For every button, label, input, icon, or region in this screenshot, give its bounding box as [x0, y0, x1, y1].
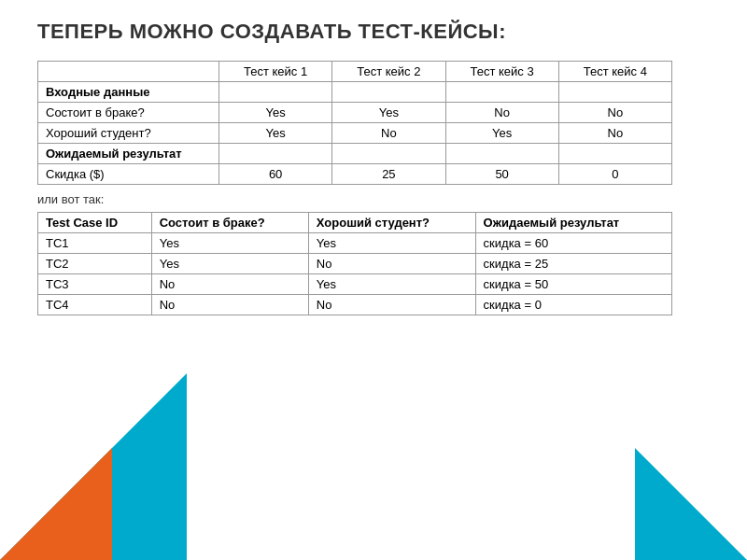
table1-cell: Хороший студент?	[38, 122, 219, 143]
table2: Test Case IDСостоит в браке?Хороший студ…	[37, 212, 672, 315]
table1-cell	[219, 143, 332, 163]
table1-wrapper: Тест кейс 1Тест кейс 2Тест кейс 3Тест ке…	[37, 61, 710, 185]
table1-row: Хороший студент?YesNoYesNo	[38, 122, 672, 143]
table2-cell: скидка = 50	[475, 273, 671, 294]
table2-cell: скидка = 25	[475, 253, 671, 273]
table2-row: TC3NoYesскидка = 50	[38, 273, 672, 294]
table2-cell: No	[308, 294, 475, 315]
table2-cell: TC2	[38, 253, 152, 273]
table1-row: Скидка ($)6025500	[38, 163, 672, 184]
table1-header-cell: Тест кейс 1	[219, 61, 332, 81]
table2-header-row: Test Case IDСостоит в браке?Хороший студ…	[38, 212, 672, 232]
table1-cell: 60	[219, 163, 332, 184]
table1-row: Состоит в браке?YesYesNoNo	[38, 102, 672, 122]
table1-cell	[219, 81, 332, 102]
slide-title: ТЕПЕРЬ МОЖНО СОЗДАВАТЬ ТЕСТ-КЕЙСЫ:	[37, 19, 710, 46]
table2-row: TC2YesNoскидка = 25	[38, 253, 672, 273]
table2-header-cell: Состоит в браке?	[151, 212, 308, 232]
table1: Тест кейс 1Тест кейс 2Тест кейс 3Тест ке…	[37, 61, 672, 185]
table1-cell: Yes	[445, 122, 558, 143]
table2-header-cell: Test Case ID	[38, 212, 152, 232]
table2-header-cell: Ожидаемый результат	[475, 212, 671, 232]
table1-cell: Скидка ($)	[38, 163, 219, 184]
table2-cell: TC3	[38, 273, 152, 294]
table1-cell	[445, 81, 558, 102]
slide-content: ТЕПЕРЬ МОЖНО СОЗДАВАТЬ ТЕСТ-КЕЙСЫ: Тест …	[37, 19, 710, 315]
table1-cell	[332, 81, 445, 102]
table2-cell: Yes	[151, 253, 308, 273]
table2-header-cell: Хороший студент?	[308, 212, 475, 232]
table1-header-cell	[38, 61, 219, 81]
table1-cell: No	[558, 122, 671, 143]
table1-header-cell: Тест кейс 2	[332, 61, 445, 81]
table2-cell: No	[151, 273, 308, 294]
table2-cell: TC1	[38, 232, 152, 253]
table2-cell: TC4	[38, 294, 152, 315]
table1-cell: Yes	[219, 102, 332, 122]
table1-cell: 0	[558, 163, 671, 184]
decorative-triangle-orange	[0, 448, 112, 560]
table1-row: Входные данные	[38, 81, 672, 102]
table1-cell: 25	[332, 163, 445, 184]
table2-cell: No	[151, 294, 308, 315]
table1-cell	[558, 143, 671, 163]
table2-cell: скидка = 60	[475, 232, 671, 253]
table2-cell: Yes	[151, 232, 308, 253]
table1-cell: Входные данные	[38, 81, 219, 102]
table1-cell	[445, 143, 558, 163]
table1-cell: Состоит в браке?	[38, 102, 219, 122]
table2-row: TC4NoNoскидка = 0	[38, 294, 672, 315]
table2-cell: Yes	[308, 273, 475, 294]
table1-cell: No	[445, 102, 558, 122]
table1-cell: No	[332, 122, 445, 143]
separator-text: или вот так:	[37, 192, 710, 206]
table1-cell: Yes	[332, 102, 445, 122]
table1-cell: No	[558, 102, 671, 122]
table1-row: Ожидаемый результат	[38, 143, 672, 163]
table1-cell	[558, 81, 671, 102]
table1-header-cell: Тест кейс 4	[558, 61, 671, 81]
table2-cell: скидка = 0	[475, 294, 671, 315]
decorative-triangle-blue-right	[635, 448, 747, 560]
table2-row: TC1YesYesскидка = 60	[38, 232, 672, 253]
table2-cell: No	[308, 253, 475, 273]
table2-cell: Yes	[308, 232, 475, 253]
table1-cell: Ожидаемый результат	[38, 143, 219, 163]
table1-cell: Yes	[219, 122, 332, 143]
table1-header-cell: Тест кейс 3	[445, 61, 558, 81]
table1-cell: 50	[445, 163, 558, 184]
table1-cell	[332, 143, 445, 163]
